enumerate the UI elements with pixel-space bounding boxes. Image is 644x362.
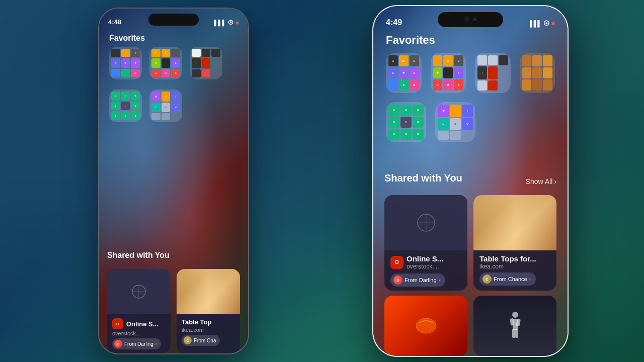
favorites-label-front: Favorites <box>386 34 555 47</box>
app-icon-back-3-9 <box>211 69 220 77</box>
app-icon-back-2-3 <box>171 49 180 57</box>
app-icon-back-5-2: F <box>162 92 171 102</box>
ai-f3-2 <box>488 55 498 65</box>
shared-card-front-1[interactable]: O Online S... overstock.... D From Darli… <box>384 195 467 291</box>
app-icon-back-1-3: C <box>131 49 140 57</box>
ai-f5-5: U <box>400 117 412 128</box>
wood-table-front <box>473 195 556 250</box>
svg-point-7 <box>512 312 518 318</box>
phone-front: 4:49 ▌▌▌ ⦿ ■ Favorites ⊞ ⊞ C C <box>372 5 569 357</box>
ai-f5-4: G <box>388 117 399 128</box>
app-icon-back-4-4: G <box>111 102 120 111</box>
app-folder-front-6[interactable]: ✳ F I L ⊕ U <box>435 102 475 142</box>
app-icon-back-5-3: I <box>171 92 180 102</box>
ai-f1-2: ⊞ <box>399 55 409 66</box>
card-image-front-2 <box>473 195 556 250</box>
app-icon-back-4-2: G <box>121 92 130 101</box>
ai-f4-2 <box>532 55 542 66</box>
svg-rect-12 <box>515 329 518 338</box>
from-badge-back-1[interactable]: D From Darling › <box>112 338 161 349</box>
bottom-card-front-2[interactable] <box>473 296 556 356</box>
card-subtitle-back-1: overstock.... <box>112 330 166 336</box>
card-content-back-1: O Online S... overstock.... D From Darli… <box>107 314 171 353</box>
safari-placeholder-back-1 <box>107 269 171 314</box>
ai-f6-1: ✳ <box>438 105 449 117</box>
app-icon-back-3-8 <box>202 69 211 77</box>
ai-f5-9: G <box>413 129 424 140</box>
ai-f6-4: L <box>438 118 449 130</box>
ai-f4-9 <box>543 79 552 90</box>
app-icon-back-3-7 <box>192 69 201 77</box>
app-folder-front-2[interactable]: A C ✳ A E B B <box>431 53 466 93</box>
card-title-back-1: Online S... <box>126 320 158 328</box>
from-text-back-1: From Darling <box>124 341 153 347</box>
app-icon-back-2-5 <box>162 58 171 67</box>
ai-f1-8: B <box>399 79 409 90</box>
shared-label-back: Shared with You <box>107 251 170 260</box>
card-image-back-1 <box>107 269 171 314</box>
app-icon-back-2-4: ✳ <box>151 58 160 67</box>
app-folder-front-5[interactable]: G G G G U G G G G <box>386 102 426 142</box>
ai-f4-4 <box>522 67 532 78</box>
app-folder-1-back[interactable]: C C ✳ A B M <box>109 47 142 79</box>
ai-f1-3: C <box>410 55 419 66</box>
app-folder-5-back[interactable]: ✳ F I L ⊕ U <box>149 89 182 122</box>
app-icon-back-2-7: E <box>151 69 160 77</box>
card-subtitle-front-1: overstock.... <box>407 263 443 270</box>
app-folder-2-back[interactable]: F A ✳ A E B B <box>149 47 182 79</box>
show-all-label: Show All <box>526 177 553 186</box>
app-icon-back-4-7: G <box>111 111 120 120</box>
app-folder-front-4[interactable] <box>520 53 555 93</box>
from-avatar-back-1: D <box>114 340 122 348</box>
ai-f6-7 <box>438 131 449 140</box>
ai-f3-8 <box>488 80 498 90</box>
shared-header-back: Shared with You <box>107 251 240 264</box>
ai-f5-6: G <box>413 117 424 128</box>
favorites-section-back: Favorites C C ✳ A B M <box>99 34 248 130</box>
ai-f1-5: ✳ <box>399 67 409 79</box>
card-image-front-1 <box>384 195 467 250</box>
ai-f4-7 <box>522 79 532 90</box>
card-content-back-2: Table Top ikea.com C From Cha <box>177 314 240 350</box>
show-all-button[interactable]: Show All › <box>526 177 556 186</box>
from-badge-front-1[interactable]: D From Darling › <box>390 274 445 287</box>
ai-f6-3: I <box>462 105 473 117</box>
ai-f6-8 <box>450 131 461 140</box>
from-text-front-2: From Chance <box>494 276 527 282</box>
card-image-back-2 <box>177 269 240 314</box>
app-icon-back-1-1 <box>111 49 120 57</box>
card-content-front-1: O Online S... overstock.... D From Darli… <box>384 250 467 291</box>
from-badge-front-2[interactable]: C From Chance › <box>479 273 536 286</box>
app-icon-back-1-5: ✳ <box>121 58 130 67</box>
shared-card-back-1[interactable]: O Online S... overstock.... D From Darli… <box>107 269 171 353</box>
notch-back <box>148 14 199 26</box>
card-app-row-front-1: O Online S... overstock.... <box>390 254 461 270</box>
bottom-card-front-1[interactable] <box>384 296 467 356</box>
notch-front <box>438 12 503 27</box>
ai-f2-1 <box>433 55 443 66</box>
app-folder-4-back[interactable]: G G G G U G G G G <box>109 89 142 122</box>
app-icon-back-1-2 <box>121 49 130 57</box>
ai-f3-1 <box>477 55 487 65</box>
from-badge-back-2[interactable]: C From Cha <box>182 335 220 346</box>
app-folder-front-1[interactable]: ⊞ ⊞ C C ✳ A B M <box>386 53 422 93</box>
phone-back-screen: 4:48 ▌▌▌ ⦿ ■ Favorites C C <box>99 9 248 353</box>
shared-card-front-2[interactable]: Table Tops for... ikea.com C From Chance… <box>473 195 556 291</box>
ai-f3-7 <box>477 80 487 90</box>
ai-f5-3: G <box>413 105 424 116</box>
shared-card-back-2[interactable]: Table Top ikea.com C From Cha <box>177 269 240 353</box>
app-icon-back-1-9: M <box>131 69 140 77</box>
app-icon-back-5-5: ⊕ <box>162 103 171 112</box>
from-avatar-back-2: C <box>184 336 192 344</box>
ai-f5-8: G <box>400 129 412 140</box>
from-text-back-2: From Cha <box>194 338 216 343</box>
ai-f2-2: A <box>443 55 453 66</box>
signal-icon-back: ▌▌▌ <box>214 20 226 26</box>
ai-f6-9 <box>462 131 473 140</box>
app-folder-front-3[interactable]: I <box>475 53 511 93</box>
ai-f2-7: E <box>433 79 443 90</box>
wood-table-back <box>177 269 240 314</box>
folder-row-2-front: G G G G U G G G G ✳ F I L <box>386 102 555 142</box>
app-folder-3-back[interactable]: I <box>190 47 222 79</box>
ai-f1-4: C <box>388 67 398 79</box>
